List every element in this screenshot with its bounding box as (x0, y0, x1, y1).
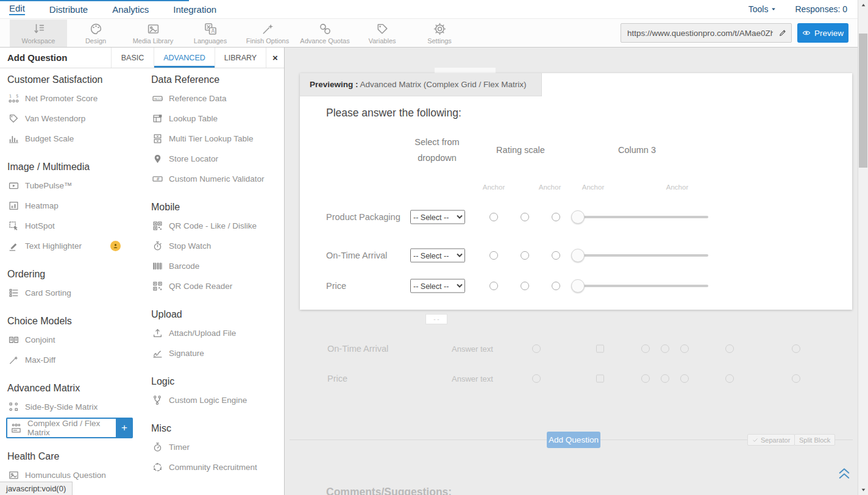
rating-radio[interactable] (552, 282, 560, 290)
question-type-label: Timer (169, 443, 190, 452)
row-select-dropdown[interactable]: -- Select -- (410, 210, 465, 224)
page-scrollbar[interactable] (858, 0, 868, 495)
nav-tab-analytics[interactable]: Analytics (112, 4, 149, 15)
tab-advanced[interactable]: ADVANCED (154, 48, 215, 68)
separator-button[interactable]: Separator (747, 434, 795, 446)
question-type-item[interactable]: HotSpot (6, 216, 145, 236)
question-type-item[interactable]: Stop Watch (150, 236, 283, 256)
add-question-button[interactable]: Add Question (547, 432, 600, 448)
rating-radio[interactable] (521, 251, 529, 260)
rating-radio[interactable] (489, 282, 498, 290)
tab-library[interactable]: LIBRARY (215, 48, 266, 68)
close-icon[interactable]: × (266, 48, 284, 68)
rating-radio[interactable] (552, 213, 560, 221)
background-radio[interactable] (641, 374, 650, 383)
toolbar-button[interactable]: Media Library (124, 20, 182, 47)
add-selected-question-plus-button[interactable]: + (116, 418, 133, 438)
background-radio[interactable] (661, 374, 669, 383)
background-radio[interactable] (680, 344, 689, 353)
question-type-item[interactable]: Community Recruitment (150, 457, 283, 477)
nav-tab-edit[interactable]: Edit (9, 3, 25, 15)
question-type-item[interactable]: Budget Scale (6, 129, 145, 149)
question-type-item[interactable]: TubePulse™ (6, 176, 145, 196)
toolbar-button[interactable]: Design (67, 20, 124, 47)
row-select-dropdown[interactable]: -- Select -- (410, 279, 465, 293)
toolbar-button-label: Settings (427, 37, 452, 45)
background-checkbox[interactable] (596, 345, 604, 353)
background-radio[interactable] (641, 344, 650, 353)
toolbar-button[interactable]: Settings (411, 20, 468, 47)
background-radio[interactable] (532, 344, 541, 353)
slider-handle[interactable] (571, 210, 585, 224)
preview-button[interactable]: Preview (797, 23, 848, 43)
rating-radio[interactable] (489, 251, 498, 260)
background-radio[interactable] (532, 374, 541, 383)
toolbar-button[interactable]: Variables (354, 20, 411, 47)
question-type-item[interactable]: QR Code - Like / Dislike (150, 216, 283, 236)
panel-column-0: Customer Satisfaction 15 Net Promoter Sc… (6, 68, 145, 485)
section-title: Customer Satisfaction (7, 74, 145, 85)
question-type-item[interactable]: Custom Logic Engine (150, 390, 283, 410)
column-header-rating: Rating scale (490, 142, 551, 158)
background-radio[interactable] (725, 374, 734, 383)
panel-title: Add Question (0, 48, 111, 68)
question-type-item[interactable]: Barcode (150, 256, 283, 276)
question-type-item[interactable]: Store Locator (150, 149, 283, 169)
responses-count[interactable]: Responses: 0 (795, 4, 847, 14)
toolbar-button[interactable]: A Languages (182, 20, 239, 47)
scrollbar-up-arrow-icon[interactable] (858, 0, 868, 10)
question-type-item[interactable]: Side-By-Side Matrix (6, 397, 145, 417)
question-type-item[interactable]: Complex Grid / Flex Matrix + (6, 418, 117, 438)
nav-tab-distribute[interactable]: Distribute (49, 4, 88, 15)
background-radio[interactable] (792, 344, 800, 353)
tools-dropdown[interactable]: Tools (749, 4, 777, 14)
rating-radio[interactable] (552, 251, 560, 260)
toolbar-button[interactable]: Advance Quotas (296, 20, 354, 47)
question-type-item[interactable]: Lookup Table (150, 109, 283, 129)
question-type-item[interactable]: Heatmap (6, 196, 145, 216)
scrollbar-thumb[interactable] (859, 34, 867, 168)
background-radio[interactable] (680, 374, 689, 383)
question-type-item[interactable]: Conjoint (6, 330, 145, 350)
toolbar-button[interactable]: Workspace (10, 20, 67, 47)
background-radio[interactable] (725, 344, 734, 353)
nav-tab-integration[interactable]: Integration (173, 4, 216, 15)
question-type-item[interactable]: Card Sorting (6, 283, 145, 303)
question-type-item[interactable]: Text Highlighter (6, 236, 145, 256)
survey-url-input[interactable] (621, 29, 774, 38)
background-radio[interactable] (661, 344, 669, 353)
row-slider[interactable] (571, 210, 708, 224)
scroll-to-top-double-chevron-icon[interactable] (836, 465, 852, 480)
question-type-item[interactable]: # Custom Numeric Validator (150, 169, 283, 189)
row-slider[interactable] (571, 249, 708, 262)
media-library-icon (147, 23, 160, 35)
question-type-item[interactable]: Multi Tier Lookup Table (150, 129, 283, 149)
tab-basic[interactable]: BASIC (111, 48, 154, 68)
anchor-label: Anchor (528, 183, 571, 191)
question-type-item[interactable]: 15 Net Promoter Score (6, 88, 145, 109)
question-type-item[interactable]: Max-Diff (6, 350, 145, 370)
question-type-item[interactable]: 96123 Reference Data (150, 88, 283, 109)
slider-handle[interactable] (571, 249, 585, 262)
row-select-dropdown[interactable]: -- Select -- (410, 249, 465, 263)
background-radio[interactable] (792, 374, 800, 383)
preview-card: Previewing : Advanced Matrix (Complex Gr… (300, 73, 852, 310)
toolbar-button[interactable]: Finish Options (239, 20, 296, 47)
question-type-item[interactable]: QR Code Reader (150, 276, 283, 296)
background-checkbox[interactable] (596, 375, 604, 383)
edit-url-pencil-icon[interactable] (774, 29, 791, 37)
row-slider[interactable] (571, 279, 708, 293)
rating-radio[interactable] (521, 213, 529, 221)
split-block-button[interactable]: Split Block (794, 434, 835, 446)
rating-radio[interactable] (521, 282, 529, 290)
question-type-item[interactable]: Timer (150, 437, 283, 457)
question-type-item[interactable]: Attach/Upload File (150, 323, 283, 343)
slider-handle[interactable] (571, 279, 585, 293)
panel-header: Add Question BASIC ADVANCED LIBRARY × (0, 48, 284, 68)
question-type-label: Multi Tier Lookup Table (169, 134, 254, 143)
question-type-item[interactable]: Van Westendorp (6, 109, 145, 129)
scrollbar-down-arrow-icon[interactable] (858, 485, 868, 495)
question-type-item[interactable]: Signature (150, 343, 283, 363)
rating-radio[interactable] (489, 213, 498, 221)
timer-icon (152, 442, 163, 453)
